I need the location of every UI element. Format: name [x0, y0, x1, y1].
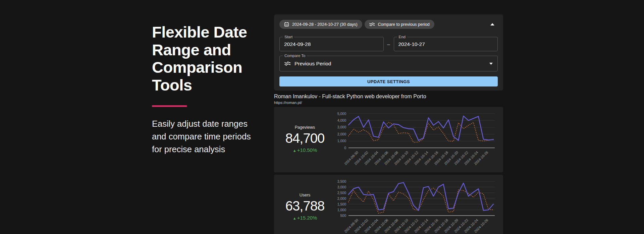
pageviews-chart-area: 01,0002,0003,0004,0005,0002024-09-302024… — [333, 110, 500, 172]
svg-text:3,500: 3,500 — [337, 179, 346, 183]
page-title: Flexible Date Range and Comparison Tools — [152, 23, 253, 94]
compare-chip[interactable]: Compare to previous period — [365, 20, 434, 29]
compare-chip-label: Compare to previous period — [378, 22, 430, 27]
users-stat: Users 63,788 ▲+15.20% — [277, 193, 333, 225]
update-settings-button[interactable]: UPDATE SETTINGS — [279, 76, 498, 86]
date-range-chip-label: 2024-09-28 - 2024-10-27 (30 days) — [292, 22, 358, 27]
compare-to-label: Compare To — [283, 53, 307, 58]
page-title-line: Tools — [152, 76, 253, 94]
svg-text:1,500: 1,500 — [337, 202, 346, 206]
svg-text:1,000: 1,000 — [337, 139, 346, 143]
caret-down-icon — [489, 63, 493, 65]
users-line-chart: 5001,0001,5002,0002,5003,0003,5002024-09… — [333, 179, 496, 234]
compare-waves-icon — [369, 22, 375, 26]
svg-text:1,000: 1,000 — [337, 208, 346, 212]
metric-label: Users — [277, 193, 333, 197]
page: Flexible Date Range and Comparison Tools… — [0, 0, 644, 234]
site-url: https://roman.pt/ — [274, 101, 503, 105]
site-title: Roman Imankulov - Full-stack Python web … — [274, 93, 503, 100]
svg-text:2,000: 2,000 — [337, 132, 346, 136]
metric-total: 63,788 — [277, 198, 333, 214]
end-date-input[interactable] — [398, 41, 493, 47]
page-title-line: Comparison — [152, 59, 253, 76]
svg-text:5,000: 5,000 — [337, 112, 346, 116]
metric-change: ▲+10.50% — [277, 147, 333, 153]
metric-change: ▲+15.20% — [277, 215, 333, 221]
svg-text:500: 500 — [340, 214, 346, 218]
up-triangle-icon: ▲ — [293, 149, 297, 153]
svg-text:0: 0 — [344, 146, 346, 150]
users-chart-area: 5001,0001,5002,0002,5003,0003,5002024-09… — [333, 178, 500, 234]
page-title-line: Flexible Date — [152, 23, 253, 41]
up-triangle-icon: ▲ — [293, 216, 297, 220]
metric-total: 84,700 — [277, 131, 333, 146]
compare-to-value: Previous Period — [294, 61, 331, 67]
users-card: Users 63,788 ▲+15.20% 5001,0001,5002,000… — [274, 175, 503, 234]
pageviews-stat: Pageviews 84,700 ▲+10.50% — [277, 125, 333, 158]
hero-section: Flexible Date Range and Comparison Tools… — [152, 14, 253, 234]
svg-text:2,500: 2,500 — [337, 191, 346, 195]
range-separator: – — [384, 41, 394, 47]
pageviews-line-chart: 01,0002,0003,0004,0005,0002024-09-302024… — [333, 111, 496, 171]
calendar-icon — [284, 22, 289, 27]
compare-to-select[interactable]: Compare To Previous Period — [279, 56, 498, 71]
date-settings-panel: 2024-09-28 - 2024-10-27 (30 days) Compar… — [274, 14, 503, 91]
svg-text:3,000: 3,000 — [337, 125, 346, 129]
start-date-input[interactable] — [284, 41, 379, 47]
page-title-line: Range and — [152, 41, 253, 59]
metric-change-value: +10.50% — [297, 147, 317, 153]
date-range-chip[interactable]: 2024-09-28 - 2024-10-27 (30 days) — [279, 20, 362, 29]
collapse-panel-button[interactable] — [489, 21, 496, 28]
page-description: Easily adjust date ranges and compare ti… — [152, 117, 253, 156]
compare-waves-icon — [284, 61, 291, 66]
accent-divider — [152, 105, 187, 107]
svg-text:3,000: 3,000 — [337, 185, 346, 189]
caret-up-icon — [490, 23, 494, 25]
metric-label: Pageviews — [277, 125, 333, 130]
svg-text:4,000: 4,000 — [337, 118, 346, 122]
end-date-field[interactable]: End — [394, 37, 498, 51]
start-field-label: Start — [283, 35, 294, 40]
svg-text:2,000: 2,000 — [337, 196, 346, 200]
end-field-label: End — [397, 35, 407, 40]
start-date-field[interactable]: Start — [279, 37, 384, 51]
metric-change-value: +15.20% — [297, 215, 317, 221]
pageviews-card: Pageviews 84,700 ▲+10.50% 01,0002,0003,0… — [274, 107, 503, 172]
